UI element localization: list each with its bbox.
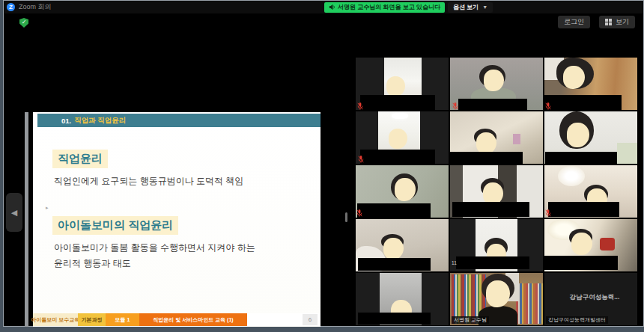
view-button[interactable]: 보기 <box>599 16 635 28</box>
redaction-overlay <box>548 202 619 217</box>
grid-view-icon <box>605 19 612 25</box>
login-label: 로그인 <box>564 17 584 27</box>
slide-body-1: 직업인에게 요구되는 행동규범이나 도덕적 책임 <box>54 175 243 188</box>
slide-section-title: 직업과 직업윤리 <box>74 116 126 126</box>
mic-muted-icon <box>545 99 551 107</box>
participant-nametag: 서명원 교수님 <box>452 316 489 324</box>
shared-slide: 01. 직업과 직업윤리 직업윤리 직업인에게 요구되는 행동규범이나 도덕적 … <box>33 112 321 327</box>
slide-header: 01. 직업과 직업윤리 <box>37 114 321 127</box>
view-options-button[interactable]: 옵션 보기 ▼ <box>448 2 493 13</box>
participant-tile-r4c2[interactable]: 11 <box>450 219 543 271</box>
top-right-controls: 로그인 보기 <box>558 16 635 28</box>
scene-prop <box>617 143 637 164</box>
participant-tile-r3c1[interactable] <box>356 165 449 218</box>
participant-tile-r4c1[interactable] <box>356 219 449 271</box>
window-title: Zoom 회의 <box>19 2 52 12</box>
footer-spacer <box>247 313 303 326</box>
mic-muted-icon <box>357 99 363 107</box>
slide-heading-1: 직업윤리 <box>52 150 108 168</box>
view-label: 보기 <box>616 17 629 27</box>
participant-tile-r2c3[interactable] <box>544 111 637 164</box>
footer-tab-module: 모듈 1 <box>106 313 139 326</box>
screen-share-banner: 서명원 교수님의 화면을 보고 있습니다 <box>324 2 445 13</box>
redaction-overlay <box>450 152 523 164</box>
participant-tile-r3c3[interactable] <box>544 165 637 218</box>
slide-heading-2: 아이돌보미의 직업윤리 <box>52 216 178 235</box>
redaction-overlay <box>358 258 431 271</box>
slide-bullet-mark: ▸ <box>46 205 49 211</box>
slide-body-2: 아이돌보미가 돌봄 활동을 수행하면서 지켜야 하는 윤리적 행동과 태도 <box>54 240 255 271</box>
redaction-overlay <box>357 203 431 218</box>
mic-muted-icon <box>545 206 551 214</box>
chevron-down-icon: ▼ <box>482 4 487 10</box>
banner-text: 서명원 교수님의 화면을 보고 있습니다 <box>338 3 440 11</box>
participant-tile-r1c1[interactable] <box>356 58 449 110</box>
participant-tile-r2c1[interactable] <box>356 111 449 164</box>
scene-prop <box>392 113 408 119</box>
redaction-overlay <box>452 202 529 217</box>
participant-tile-r1c2[interactable] <box>450 58 543 110</box>
participant-tile-r5c1[interactable] <box>356 273 449 325</box>
speaker-icon <box>329 4 335 10</box>
footer-tab-course: 아이돌보미 보수교육 <box>33 313 78 326</box>
participant-tile-r5c2[interactable]: 서명원 교수님 <box>450 273 543 325</box>
collapse-panel-button[interactable]: ◀ <box>6 193 22 232</box>
scene-prop <box>600 238 615 250</box>
redaction-overlay <box>458 99 527 110</box>
zoom-logo-icon: Z <box>7 3 15 11</box>
scene-prop <box>516 283 543 324</box>
shared-window-edge <box>25 112 28 327</box>
participant-tile-r3c2[interactable] <box>450 165 543 218</box>
gallery-scrollbar[interactable] <box>345 212 347 222</box>
redaction-overlay <box>360 95 435 110</box>
slide-footer-tabs: 아이돌보미 보수교육 기본과정 모듈 1 직업윤리 및 서비스마인드 교육 (1… <box>33 313 321 326</box>
redaction-overlay <box>544 95 622 110</box>
titlebar: Z Zoom 회의 서명원 교수님의 화면을 보고 있습니다 옵션 보기 ▼ <box>4 1 643 13</box>
participant-tile-r5c3[interactable]: 강남구여성능력...강남구여성능력개발센터 <box>544 273 637 325</box>
participant-badge: 11 <box>452 260 457 265</box>
redaction-overlay <box>358 313 431 325</box>
participant-nametag: 강남구여성능력개발센터 <box>546 316 608 324</box>
participant-tile-r2c2[interactable] <box>450 111 543 164</box>
mic-muted-icon <box>358 153 364 160</box>
footer-tab-lesson: 직업윤리 및 서비스마인드 교육 (1) <box>139 313 247 326</box>
banner-cluster: 서명원 교수님의 화면을 보고 있습니다 옵션 보기 ▼ <box>324 1 493 13</box>
participant-name-centered: 강남구여성능력... <box>552 293 637 302</box>
scene-prop <box>558 166 585 186</box>
participant-grid: 11서명원 교수님강남구여성능력...강남구여성능력개발센터 <box>356 58 639 325</box>
participant-tile-r4c3[interactable] <box>544 219 637 271</box>
mic-muted-icon <box>356 206 362 214</box>
login-button[interactable]: 로그인 <box>558 16 590 28</box>
mic-muted-icon <box>452 99 458 107</box>
redaction-overlay <box>544 256 618 270</box>
scene-prop <box>513 134 520 144</box>
view-options-label: 옵션 보기 <box>453 3 479 11</box>
participant-tile-r1c3[interactable] <box>544 58 637 110</box>
chevron-left-icon: ◀ <box>11 208 17 218</box>
footer-tab-track: 기본과정 <box>78 313 106 326</box>
slide-page-number: 6 <box>303 314 318 325</box>
redaction-overlay <box>545 152 617 164</box>
slide-section-number: 01. <box>61 117 71 125</box>
redaction-overlay <box>360 150 435 164</box>
redaction-overlay <box>456 256 529 269</box>
zoom-meeting-screen: Z Zoom 회의 서명원 교수님의 화면을 보고 있습니다 옵션 보기 ▼ ✓… <box>0 0 644 332</box>
